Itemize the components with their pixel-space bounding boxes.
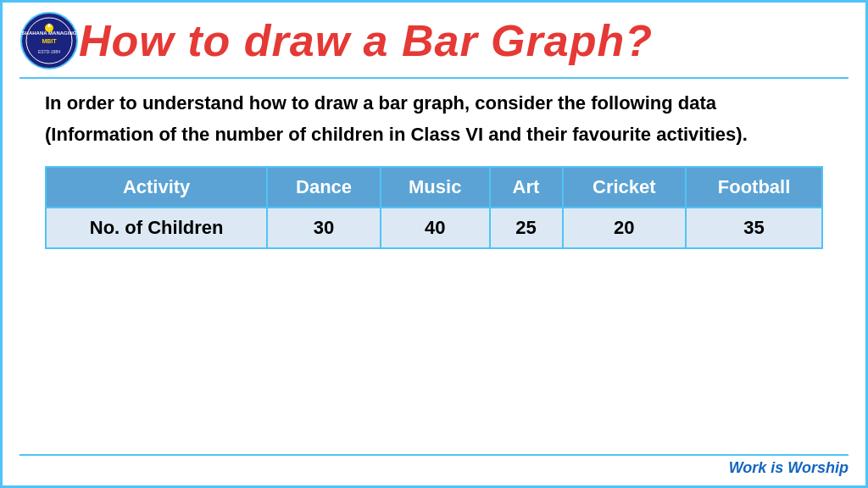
cell-dance: 30	[267, 208, 381, 248]
svg-text:ESTD-1884: ESTD-1884	[38, 49, 60, 54]
footer-divider	[19, 454, 849, 456]
body-paragraph: In order to understand how to draw a bar…	[45, 87, 823, 151]
data-table-container: Activity Dance Music Art Cricket Footbal…	[45, 166, 823, 249]
row-label: No. of Children	[46, 208, 267, 248]
col-header-cricket: Cricket	[563, 167, 687, 208]
table-header-row: Activity Dance Music Art Cricket Footbal…	[46, 167, 822, 208]
col-header-activity: Activity	[46, 167, 267, 208]
cell-cricket: 20	[563, 208, 687, 248]
svg-text:MBIT: MBIT	[42, 38, 57, 44]
header: SHAHANA MANAGING MBIT ESTD-1884 How to d…	[19, 11, 849, 79]
cell-art: 25	[490, 208, 563, 248]
col-header-music: Music	[381, 167, 490, 208]
footer-text: Work is Worship	[729, 459, 849, 477]
data-table: Activity Dance Music Art Cricket Footbal…	[45, 166, 823, 249]
cell-music: 40	[381, 208, 490, 248]
page-title: How to draw a Bar Graph?	[79, 15, 653, 66]
col-header-football: Football	[686, 167, 822, 208]
logo: SHAHANA MANAGING MBIT ESTD-1884	[19, 11, 79, 70]
cell-football: 35	[686, 208, 822, 248]
slide: SHAHANA MANAGING MBIT ESTD-1884 How to d…	[0, 0, 868, 488]
col-header-dance: Dance	[267, 167, 381, 208]
col-header-art: Art	[490, 167, 563, 208]
table-row: No. of Children 30 40 25 20 35	[46, 208, 822, 248]
